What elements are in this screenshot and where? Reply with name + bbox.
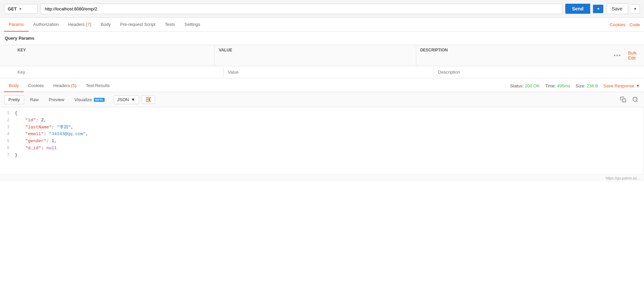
- bottom-bar: https://go.pstmn.io/...: [0, 174, 644, 182]
- json-line-3: 3 "lastName": "李四",: [0, 124, 644, 131]
- json-container: 1 { 2 "id": 2, 3 "lastName": "李四", 4 "em…: [0, 107, 644, 174]
- tab-body[interactable]: Body: [96, 18, 115, 32]
- time-label: Time: 495ms: [545, 83, 570, 88]
- save-response-button[interactable]: Save Response ▼: [603, 83, 640, 88]
- json-line-2: 2 "id": 2,: [0, 117, 644, 124]
- header-value: VALUE: [215, 45, 416, 66]
- desc-input[interactable]: [434, 68, 644, 77]
- top-bar: GET ▼ Send ▼ Save ▼: [0, 0, 644, 18]
- view-pretty-button[interactable]: Pretty: [4, 95, 24, 104]
- wrap-button[interactable]: [142, 95, 155, 104]
- json-line-7: 7 }: [0, 152, 644, 159]
- body-toolbar: Pretty Raw Preview Visualize BETA JSON ▼: [0, 92, 644, 107]
- bottom-link: https://go.pstmn.io/...: [606, 176, 640, 180]
- copy-icon[interactable]: [618, 95, 628, 104]
- status-label: Status: 200 OK: [510, 83, 540, 88]
- response-tabs: Body Cookies Headers (5) Test Results St…: [0, 80, 644, 92]
- method-label: GET: [8, 6, 17, 11]
- code-link[interactable]: Code: [630, 22, 640, 27]
- resp-tab-cookies[interactable]: Cookies: [24, 80, 49, 92]
- row-check: [0, 70, 13, 75]
- tab-authorization[interactable]: Authorization: [29, 18, 64, 32]
- header-desc: DESCRIPTION: [416, 45, 617, 66]
- key-input[interactable]: [13, 68, 224, 77]
- save-dropdown-button[interactable]: ▼: [631, 4, 640, 13]
- request-tabs: Params Authorization Headers (7) Body Pr…: [0, 18, 644, 32]
- value-input[interactable]: [224, 68, 434, 77]
- view-preview-button[interactable]: Preview: [44, 95, 69, 104]
- send-button[interactable]: Send: [565, 4, 590, 14]
- method-selector[interactable]: GET ▼: [4, 4, 38, 14]
- view-visualize-button[interactable]: Visualize BETA: [70, 95, 109, 104]
- right-links: Cookies Code: [610, 22, 640, 27]
- json-line-1: 1 {: [0, 110, 644, 117]
- resp-tab-body[interactable]: Body: [4, 80, 24, 92]
- resp-tab-test-results[interactable]: Test Results: [81, 80, 114, 92]
- toolbar-right-actions: [618, 95, 640, 104]
- view-raw-button[interactable]: Raw: [26, 95, 43, 104]
- header-actions: ••• Bulk Edit: [617, 45, 644, 66]
- url-input[interactable]: [40, 4, 563, 14]
- save-response-chevron-icon: ▼: [636, 83, 640, 88]
- json-line-4: 4 "email": "34343@qq.com",: [0, 131, 644, 138]
- tab-prerequest[interactable]: Pre-request Script: [115, 18, 160, 32]
- save-button[interactable]: Save: [606, 3, 628, 14]
- svg-line-5: [636, 101, 637, 102]
- time-value: 495ms: [557, 83, 570, 88]
- json-line-6: 6 "d_id": null: [0, 145, 644, 152]
- table-row: [0, 66, 644, 78]
- header-key: KEY: [13, 45, 215, 66]
- send-dropdown-button[interactable]: ▼: [593, 5, 603, 13]
- json-body: 1 { 2 "id": 2, 3 "lastName": "李四", 4 "em…: [0, 107, 644, 174]
- query-params-title: Query Params: [0, 32, 644, 45]
- bulk-edit-button[interactable]: Bulk Edit: [624, 48, 641, 63]
- params-table: KEY VALUE DESCRIPTION ••• Bulk Edit: [0, 45, 644, 78]
- resp-tab-headers[interactable]: Headers (5): [49, 80, 81, 92]
- svg-point-4: [633, 97, 637, 101]
- format-selector[interactable]: JSON ▼: [114, 95, 139, 104]
- more-options-icon[interactable]: •••: [614, 52, 621, 58]
- tab-tests[interactable]: Tests: [160, 18, 180, 32]
- cookies-link[interactable]: Cookies: [610, 22, 625, 27]
- method-chevron-icon: ▼: [19, 7, 22, 11]
- size-value: 238 B: [586, 83, 598, 88]
- table-header: KEY VALUE DESCRIPTION ••• Bulk Edit: [0, 45, 644, 66]
- response-status-bar: Status: 200 OK Time: 495ms Size: 238 B S…: [510, 83, 640, 88]
- header-check: [0, 45, 13, 66]
- search-icon[interactable]: [631, 95, 640, 104]
- size-label: Size: 238 B: [576, 83, 598, 88]
- svg-rect-3: [622, 99, 626, 102]
- tab-params[interactable]: Params: [4, 18, 29, 32]
- format-chevron-icon: ▼: [131, 97, 135, 102]
- tab-settings[interactable]: Settings: [180, 18, 205, 32]
- tab-headers[interactable]: Headers (7): [64, 18, 96, 32]
- beta-badge: BETA: [94, 98, 105, 102]
- json-line-5: 5 "gender": 1,: [0, 138, 644, 145]
- wrap-icon: [145, 97, 151, 102]
- status-value: 200 OK: [525, 83, 540, 88]
